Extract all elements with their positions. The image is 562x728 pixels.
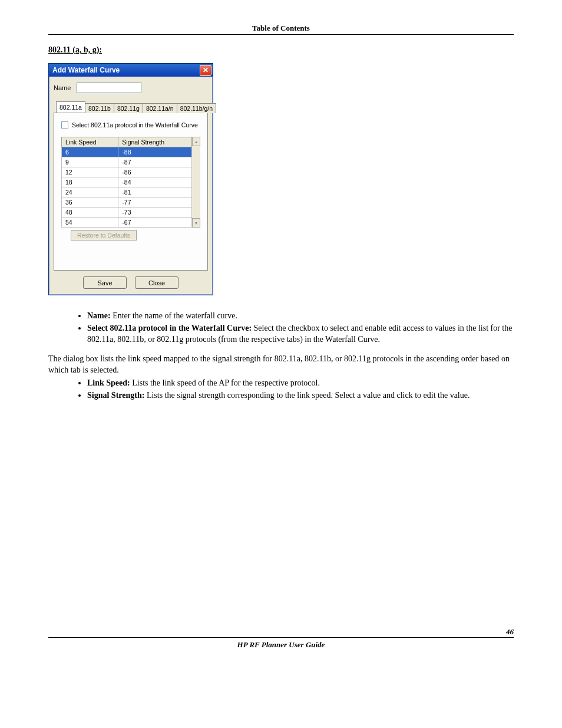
paragraph: The dialog box lists the link speed mapp…	[48, 354, 514, 376]
grid-scrollbar[interactable]: ▴ ▾	[192, 137, 200, 228]
close-icon[interactable]: ✕	[200, 65, 211, 76]
table-row[interactable]: 54 -67	[62, 218, 192, 228]
page-footer: 46 HP RF Planner User Guide	[48, 637, 514, 654]
dialog-title: Add Waterfall Curve	[52, 66, 120, 74]
protocol-tabstrip: 802.11a 802.11b 802.11g 802.11a/n 802.11…	[56, 101, 208, 113]
restore-defaults-button: Restore to Defaults	[71, 230, 137, 241]
name-input[interactable]	[77, 83, 141, 93]
table-row[interactable]: 48 -73	[62, 207, 192, 218]
select-protocol-label: Select 802.11a protocol in the Waterfall…	[72, 121, 198, 129]
list-item: Signal Strength: Lists the signal streng…	[87, 390, 514, 401]
footer-title: HP RF Planner User Guide	[48, 640, 514, 650]
table-row[interactable]: 36 -77	[62, 197, 192, 207]
tab-802-11a[interactable]: 802.11a	[56, 101, 85, 113]
page-number: 46	[506, 627, 514, 637]
table-row[interactable]: 24 -81	[62, 187, 192, 197]
table-row[interactable]: 6 -88	[62, 147, 192, 157]
save-button[interactable]: Save	[83, 276, 127, 289]
col-signal-strength[interactable]: Signal Strength	[118, 137, 192, 147]
tab-802-11b[interactable]: 802.11b	[85, 103, 114, 113]
dialog-titlebar: Add Waterfall Curve ✕	[49, 64, 213, 77]
select-protocol-checkbox[interactable]	[61, 121, 68, 129]
add-waterfall-dialog: Add Waterfall Curve ✕ Name 802.11a 802.1…	[48, 63, 213, 295]
scroll-down-icon[interactable]: ▾	[192, 218, 200, 228]
scroll-up-icon[interactable]: ▴	[192, 137, 200, 146]
list-item: Link Speed: Lists the link speed of the …	[87, 378, 514, 389]
tab-panel: Select 802.11a protocol in the Waterfall…	[54, 113, 208, 271]
col-link-speed[interactable]: Link Speed	[62, 137, 118, 147]
list-item: Select 802.11a protocol in the Waterfall…	[87, 323, 514, 345]
body-text: Name: Enter the name of the waterfall cu…	[48, 311, 514, 401]
tab-802-11bgn[interactable]: 802.11b/g/n	[177, 103, 216, 113]
page-header: Table of Contents	[48, 24, 514, 35]
tab-802-11an[interactable]: 802.11a/n	[143, 103, 177, 113]
close-button[interactable]: Close	[135, 276, 178, 289]
table-row[interactable]: 12 -86	[62, 167, 192, 177]
section-heading: 802.11 (a, b, g):	[48, 45, 514, 55]
table-row[interactable]: 18 -84	[62, 177, 192, 187]
name-label: Name	[54, 84, 71, 91]
link-speed-grid[interactable]: Link Speed Signal Strength 6 -88 9	[61, 137, 192, 228]
table-row[interactable]: 9 -87	[62, 157, 192, 167]
list-item: Name: Enter the name of the waterfall cu…	[87, 311, 514, 322]
tab-802-11g[interactable]: 802.11g	[114, 103, 143, 113]
